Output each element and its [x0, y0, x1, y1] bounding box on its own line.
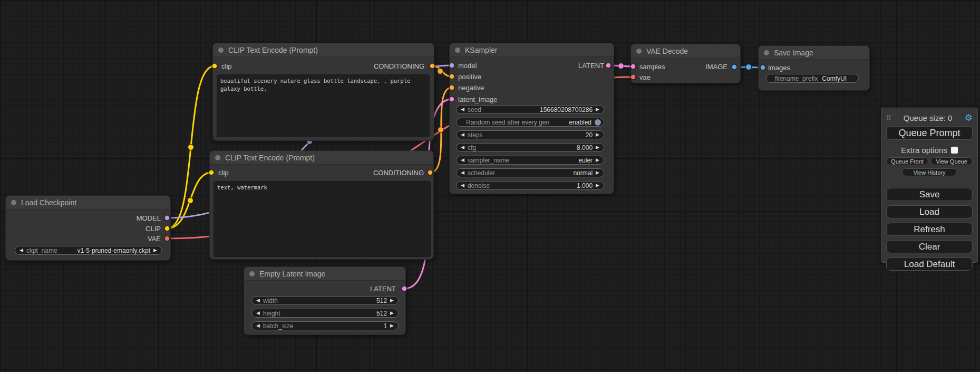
slot-label: model	[458, 62, 477, 70]
arrow-left-icon[interactable]: ◀	[461, 130, 464, 139]
queue-prompt-button[interactable]: Queue Prompt	[886, 126, 973, 140]
node-title: Load Checkpoint	[21, 198, 76, 207]
collapse-dot-icon[interactable]	[636, 49, 642, 54]
widget-scheduler[interactable]: ◀ scheduler normal ▶	[456, 168, 604, 177]
output-slot-latent: LATENT	[578, 61, 604, 71]
collapse-dot-icon[interactable]	[764, 50, 769, 55]
node-empty-latent-image[interactable]: Empty Latent Image LATENT ◀ width 512 ▶ …	[244, 266, 406, 335]
link-midpoint-dot	[438, 69, 443, 74]
node-vae-decode[interactable]: VAE Decode samples vae IMAGE	[630, 44, 741, 83]
widget-steps[interactable]: ◀ steps 20 ▶	[456, 130, 604, 139]
queue-size-label: Queue size: 0	[891, 113, 965, 122]
widget-cfg[interactable]: ◀ cfg 8.000 ▶	[456, 143, 604, 152]
input-slot-positive: positive	[458, 72, 481, 82]
arrow-right-icon[interactable]: ▶	[596, 156, 599, 165]
arrow-left-icon[interactable]: ◀	[461, 168, 464, 177]
widget-value: normal	[573, 169, 593, 177]
widget-value: ComfyUI	[822, 75, 847, 82]
extra-options-label: Extra options	[901, 146, 947, 155]
collapse-dot-icon[interactable]	[455, 47, 460, 53]
input-slot-clip: clip	[218, 168, 229, 178]
node-title: Save Image	[774, 49, 813, 57]
slot-row: clip CONDITIONING	[218, 168, 424, 178]
arrow-right-icon[interactable]: ▶	[390, 309, 394, 318]
widget-label: height	[263, 310, 280, 317]
widget-batch-size[interactable]: ◀ batch_size 1 ▶	[251, 321, 399, 330]
queue-front-button[interactable]: Queue Front	[886, 157, 928, 165]
widget-label: filename_prefix	[775, 75, 818, 82]
arrow-left-icon[interactable]: ◀	[461, 143, 464, 152]
node-graph-canvas[interactable]: Load Checkpoint MODEL CLIP VAE ◀ ckpt_na…	[0, 0, 980, 372]
arrow-right-icon[interactable]: ▶	[596, 168, 599, 177]
arrow-right-icon[interactable]: ▶	[596, 105, 599, 114]
view-history-button[interactable]: View History	[902, 168, 957, 176]
link-midpoint-dot	[438, 127, 444, 133]
widget-sampler-name[interactable]: ◀ sampler_name euler ▶	[456, 156, 604, 165]
arrow-left-icon[interactable]: ◀	[461, 105, 464, 114]
arrow-left-icon[interactable]: ◀	[256, 296, 260, 305]
widget-filename-prefix[interactable]: filename_prefix ComfyUI	[766, 74, 859, 83]
node-title-bar[interactable]: KSampler	[450, 43, 614, 57]
prompt-textarea[interactable]: text, watermark	[214, 181, 431, 257]
load-button[interactable]: Load	[886, 205, 973, 218]
widget-seed[interactable]: ◀ seed 156680208700286 ▶	[456, 105, 604, 114]
node-title: CLIP Text Encode (Prompt)	[225, 154, 315, 162]
slot-label: LATENT	[578, 62, 604, 70]
save-button[interactable]: Save	[886, 188, 973, 201]
arrow-right-icon[interactable]: ▶	[596, 181, 599, 190]
node-title-bar[interactable]: VAE Decode	[631, 44, 740, 58]
toggle-on-icon[interactable]	[595, 119, 601, 126]
arrow-left-icon[interactable]: ◀	[461, 181, 464, 190]
clear-button[interactable]: Clear	[886, 240, 973, 253]
node-load-checkpoint[interactable]: Load Checkpoint MODEL CLIP VAE ◀ ckpt_na…	[5, 195, 171, 261]
settings-gear-icon[interactable]: ⚙	[965, 113, 973, 122]
arrow-right-icon[interactable]: ▶	[596, 143, 599, 152]
widget-label: sampler_name	[468, 157, 509, 164]
arrow-left-icon[interactable]: ◀	[256, 321, 260, 330]
collapse-dot-icon[interactable]	[11, 200, 16, 205]
arrow-left-icon[interactable]: ◀	[20, 246, 23, 255]
slot-label: VAE	[148, 235, 161, 243]
arrow-left-icon[interactable]: ◀	[256, 309, 260, 318]
node-title-bar[interactable]: CLIP Text Encode (Prompt)	[213, 43, 434, 57]
extra-options-checkbox[interactable]	[951, 147, 958, 154]
arrow-right-icon[interactable]: ▶	[153, 246, 157, 255]
collapse-dot-icon[interactable]	[218, 47, 224, 53]
widget-denoise[interactable]: ◀ denoise 1.000 ▶	[456, 181, 604, 190]
refresh-button[interactable]: Refresh	[886, 223, 973, 236]
node-clip-text-encode-negative[interactable]: CLIP Text Encode (Prompt) clip CONDITION…	[209, 150, 434, 260]
widget-value: 156680208700286	[540, 106, 593, 113]
node-save-image[interactable]: Save Image images filename_prefix ComfyU…	[758, 45, 870, 91]
arrow-right-icon[interactable]: ▶	[390, 321, 394, 330]
node-ksampler[interactable]: KSampler model positive negative latent_…	[449, 43, 614, 194]
node-title-bar[interactable]: Save Image	[759, 46, 869, 60]
arrow-right-icon[interactable]: ▶	[596, 130, 599, 139]
widget-width[interactable]: ◀ width 512 ▶	[251, 296, 399, 305]
widget-label: width	[263, 297, 278, 304]
widget-height[interactable]: ◀ height 512 ▶	[251, 309, 399, 318]
input-slot-latent-image: latent_image	[458, 94, 497, 105]
input-slot-model: model	[458, 61, 477, 71]
prompt-textarea[interactable]: beautiful scenery nature glass bottle la…	[217, 74, 430, 137]
queue-panel-header: ⠿ Queue size: 0 ⚙	[886, 111, 973, 124]
arrow-left-icon[interactable]: ◀	[461, 156, 464, 165]
node-title: Empty Latent Image	[259, 270, 325, 278]
widget-random-seed[interactable]: Random seed after every gen enabled	[456, 118, 604, 127]
widget-label: cfg	[468, 144, 476, 151]
node-title-bar[interactable]: Load Checkpoint	[6, 196, 170, 209]
load-default-button[interactable]: Load Default	[886, 257, 973, 271]
arrow-right-icon[interactable]: ▶	[390, 296, 394, 305]
view-queue-button[interactable]: View Queue	[930, 157, 973, 165]
drag-handle-icon[interactable]: ⠿	[886, 114, 891, 122]
slot-label: samples	[639, 63, 665, 71]
extra-options-row: Extra options	[886, 146, 973, 154]
slot-label: positive	[458, 73, 481, 81]
link-midpoint-dot	[746, 64, 752, 70]
node-title-bar[interactable]: CLIP Text Encode (Prompt)	[210, 151, 433, 165]
collapse-dot-icon[interactable]	[215, 155, 220, 160]
output-slot-vae: VAE	[148, 234, 161, 244]
collapse-dot-icon[interactable]	[249, 271, 255, 276]
node-clip-text-encode-positive[interactable]: CLIP Text Encode (Prompt) clip CONDITION…	[212, 43, 434, 141]
node-title-bar[interactable]: Empty Latent Image	[244, 267, 405, 281]
widget-ckpt-name[interactable]: ◀ ckpt_name v1-5-pruned-emaonly.ckpt ▶	[15, 246, 162, 255]
